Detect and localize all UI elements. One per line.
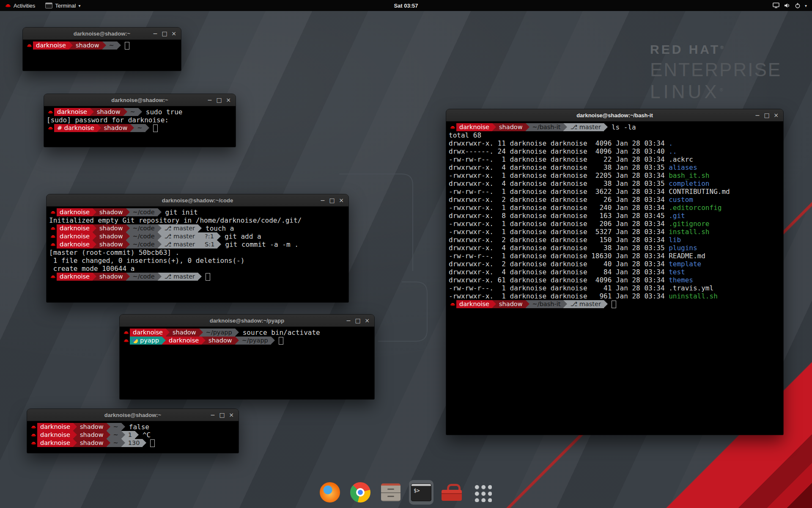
window-buttons: −□× [151,28,181,39]
output-line: drwxrwxr-x. 8 darknoise darknoise 163 Ja… [449,212,781,220]
output-text: .travis.yml [669,284,713,292]
segment-text: ⎇ master [165,273,195,281]
redhat-icon [30,423,37,431]
terminal-content[interactable]: darknoiseshadow~falsedarknoiseshadow~1^C… [27,421,239,449]
segment-text: darknoise [57,108,87,116]
maximize-button[interactable]: □ [763,110,771,121]
prompt-line: darknoiseshadow~/code⎇ master?:1git add … [49,232,346,240]
output-line: -rwxrwxr-x. 1 darknoise darknoise 206 Ja… [449,220,781,228]
segment-text: 1 [128,431,132,439]
powerline-separator [135,431,139,439]
maximize-button[interactable]: □ [328,195,336,206]
window-titlebar[interactable]: darknoise@shadow:~/code−□× [47,194,348,207]
app-menu-terminal[interactable]: Terminal ▾ [40,0,85,11]
minimize-button[interactable]: − [754,110,761,121]
segment-text: darknoise [169,337,199,345]
prompt-segment-stat: S:1 [202,240,217,248]
redhat-icon [25,41,33,50]
output-text: drwxrwxr-x. 4 darknoise darknoise 38 Jan… [449,244,669,252]
clock[interactable]: Sat 03:57 [0,3,812,9]
prompt-segment-host: shadow [96,273,126,281]
output-text: drwxrwxr-x. 4 darknoise darknoise 84 Jan… [449,268,669,276]
window-titlebar[interactable]: darknoise@shadow:~−□× [44,94,236,106]
powerline-separator [73,439,77,447]
window-titlebar[interactable]: darknoise@shadow:~−□× [23,28,181,40]
segment-text: darknoise [459,123,489,131]
system-status-area[interactable]: ▾ [768,0,812,11]
terminal-content[interactable]: darknoiseshadow~/codegit initInitialized… [47,207,348,282]
close-button[interactable]: × [228,409,235,420]
terminal-window: darknoise@shadow:~/bash-it−□×darknoisesh… [446,109,783,435]
dock-item-chrome[interactable] [348,480,373,505]
prompt-segment-user: darknoise [130,329,166,337]
window-titlebar[interactable]: darknoise@shadow:~−□× [27,409,239,421]
dock-item-toolbox[interactable] [439,480,464,505]
dock-item-app-grid[interactable] [470,480,494,505]
window-buttons: −□× [754,110,783,121]
minimize-button[interactable]: − [206,94,214,105]
output-line: -rwxrwxr-x. 1 darknoise darknoise 5327 J… [449,228,781,236]
maximize-button[interactable]: □ [161,28,168,39]
segment-text: ?:1 [205,232,214,240]
segment-text: shadow [80,439,104,447]
prompt-segment-git: ⎇ master [162,232,198,240]
terminal-content[interactable]: darknoiseshadow~sudo true[sudo] password… [44,106,236,134]
terminal-cursor [279,337,283,345]
redhat-icon [30,431,37,439]
dock-item-files[interactable] [379,480,403,505]
prompt-segment-user: darknoise [37,423,73,431]
terminal-content[interactable]: darknoiseshadow~ [23,40,181,51]
powerline-separator [217,232,221,240]
redhat-icon [30,439,37,447]
segment-text: darknoise [60,273,90,281]
command-text: sudo true [142,108,183,116]
close-button[interactable]: × [225,94,232,105]
maximize-button[interactable]: □ [215,94,223,105]
redhat-icon [122,337,130,345]
segment-text: shadow [80,431,104,439]
terminal-cursor [125,42,129,50]
powerline-separator [73,431,77,439]
output-text: . [669,139,673,147]
output-text: bash_it.sh [669,171,709,179]
dock-item-terminal[interactable]: $> [409,480,433,505]
window-titlebar[interactable]: darknoise@shadow:~/pyapp−□× [120,315,374,327]
powerline-separator [235,329,239,337]
prompt-segment-user: darknoise [33,41,69,50]
window-titlebar[interactable]: darknoise@shadow:~/bash-it−□× [446,109,783,121]
minimize-button[interactable]: − [345,315,352,326]
terminal-content[interactable]: darknoiseshadow~/bash-it⎇ masterls -lato… [446,121,783,310]
prompt-segment-user: darknoise [57,208,93,216]
segment-text: darknoise [60,224,90,232]
powerline-separator [158,240,162,248]
segment-text: darknoise [40,423,70,431]
output-line: -rwxrwxr-x. 1 darknoise darknoise 240 Ja… [449,204,781,212]
segment-text: S:1 [205,240,214,248]
close-button[interactable]: × [337,195,345,206]
maximize-button[interactable]: □ [218,409,226,420]
segment-text: ~/pyapp [206,329,232,337]
powerline-separator [93,208,96,216]
segment-text: ~/code [133,224,155,232]
prompt-segment-path: ~ [134,124,145,132]
close-button[interactable]: × [363,315,371,326]
terminal-glyph: $> [414,488,420,494]
maximize-button[interactable]: □ [354,315,362,326]
terminal-content[interactable]: darknoiseshadow~/pyappsource bin/activat… [120,327,374,346]
command-text: source bin/activate [239,329,320,337]
minimize-button[interactable]: − [319,195,326,206]
command-text: ls -la [608,123,636,131]
close-button[interactable]: × [170,28,178,39]
activities-button[interactable]: Activities [0,0,40,11]
minimize-button[interactable]: − [151,28,159,39]
close-button[interactable]: × [772,110,780,121]
prompt-line: darknoiseshadow~/code⎇ masterS:1git comm… [49,240,346,248]
output-line: drwxrwxr-x. 61 darknoise darknoise 4096 … [449,276,781,284]
minimize-button[interactable]: − [209,409,217,420]
dock-item-firefox[interactable] [318,480,342,505]
output-line: [sudo] password for darknoise: [47,116,233,124]
prompt-segment-git: ⎇ master [567,123,604,131]
powerline-separator [158,232,162,240]
desktop: RED HAT® ENTERPRISE LINUX® darknoise@sha… [0,0,812,508]
powerline-separator [93,232,96,240]
